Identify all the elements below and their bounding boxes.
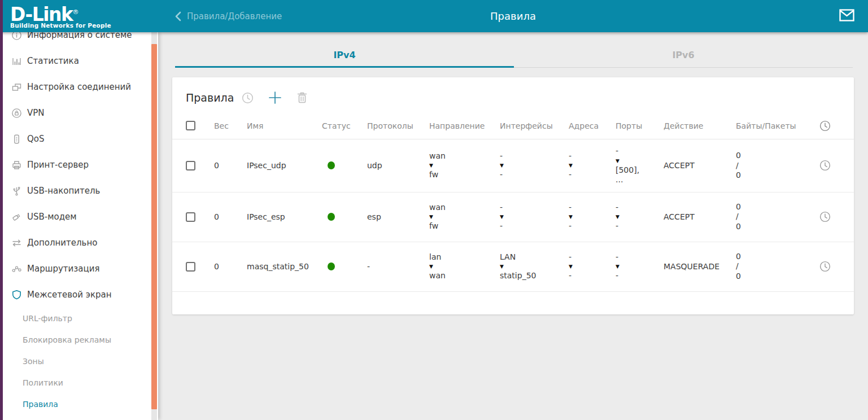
rule-weight: 0 — [214, 212, 247, 221]
rule-interfaces: -▼- — [500, 151, 569, 180]
rule-row[interactable]: 0masq_statip_50-lan▼wanLAN▼statip_50-▼--… — [172, 242, 854, 292]
connections-icon — [10, 82, 23, 93]
sidebar-item[interactable]: VPN — [0, 100, 158, 126]
schedule-button[interactable] — [242, 92, 254, 104]
sidebar-item[interactable]: USB-модем — [0, 204, 158, 230]
left-edge-strip — [0, 0, 3, 420]
sidebar-item-label: Межсетевой экран — [27, 290, 111, 300]
column-header-name: Имя — [247, 121, 322, 130]
plus-icon — [268, 91, 282, 104]
sidebar-subitem[interactable]: URL-фильтр — [0, 308, 158, 329]
rule-weight: 0 — [214, 262, 247, 271]
shield-icon — [10, 290, 23, 300]
add-rule-button[interactable] — [268, 91, 282, 104]
sidebar-subitem-label: URL-фильтр — [23, 314, 72, 323]
sidebar: Информация о системеСтатистикаНастройка … — [0, 32, 158, 420]
tab-ipv6[interactable]: IPv6 — [514, 32, 853, 68]
rule-action: ACCEPT — [664, 161, 736, 170]
status-dot-enabled — [328, 213, 335, 221]
rule-name: IPsec_udp — [247, 161, 322, 170]
column-header-status: Статус — [322, 121, 367, 130]
rules-card-title: Правила — [186, 91, 234, 104]
rule-schedule-clock-icon[interactable] — [819, 160, 852, 171]
rule-row[interactable]: 0IPsec_espespwan▼fw-▼--▼--▼-ACCEPT0/0 — [172, 193, 854, 242]
sidebar-item[interactable]: Настройка соединений — [0, 74, 158, 100]
vpn-lock-icon — [10, 108, 23, 119]
statistics-icon — [10, 56, 23, 67]
envelope-icon — [839, 9, 854, 21]
rule-name: masq_statip_50 — [247, 262, 322, 271]
sidebar-item[interactable]: USB-накопитель — [0, 178, 158, 204]
rule-direction: wan▼fw — [429, 203, 500, 231]
rule-direction: wan▼fw — [429, 151, 500, 180]
info-icon — [10, 32, 23, 41]
table-body: 0IPsec_udpudpwan▼fw-▼--▼--▼[500],...ACCE… — [172, 139, 854, 292]
rule-weight: 0 — [214, 161, 247, 170]
sidebar-item-label: Дополнительно — [27, 238, 97, 248]
breadcrumb-back[interactable]: Правила/Добавление — [175, 11, 282, 21]
sidebar-item[interactable]: Межсетевой экран — [0, 282, 158, 308]
sidebar-item[interactable]: Дополнительно — [0, 230, 158, 256]
column-header-addresses: Адреса — [569, 121, 616, 130]
logo-tagline: Building Networks for People — [10, 22, 158, 29]
rule-bytes-packets: 0/0 — [736, 252, 819, 282]
sidebar-subitem[interactable]: Зоны — [0, 351, 158, 372]
sidebar-scrollbar-thumb[interactable] — [151, 44, 157, 409]
sidebar-subitem-label: Блокировка рекламы — [23, 335, 111, 344]
rule-protocols: - — [367, 262, 429, 271]
sidebar-item-label: Статистика — [27, 56, 79, 66]
rule-addresses: -▼- — [569, 252, 616, 281]
rule-schedule-clock-icon[interactable] — [819, 211, 852, 222]
rule-ports: -▼- — [616, 203, 664, 231]
sidebar-item-label: USB-модем — [27, 212, 77, 222]
sidebar-subitem[interactable]: Правила — [0, 393, 158, 415]
rule-protocols: esp — [367, 212, 429, 221]
sidebar-scrollbar-track[interactable] — [151, 32, 157, 420]
sidebar-subitem-label: Зоны — [23, 357, 44, 366]
column-header-protocols: Протоколы — [367, 121, 429, 130]
status-dot-enabled — [328, 262, 335, 270]
row-checkbox[interactable] — [186, 212, 195, 222]
mail-notifications-button[interactable] — [839, 9, 854, 23]
sidebar-item[interactable]: Статистика — [0, 48, 158, 74]
rule-schedule-clock-icon[interactable] — [819, 261, 852, 272]
arrows-swap-icon — [10, 238, 23, 248]
sidebar-subitem-label: Политики — [23, 378, 63, 387]
sidebar-subitem-label: Правила — [23, 400, 58, 409]
sidebar-item[interactable]: Принт-сервер — [0, 152, 158, 178]
sidebar-subitem[interactable]: Блокировка рекламы — [0, 329, 158, 351]
rule-ports: -▼- — [616, 252, 664, 281]
sidebar-item[interactable]: Маршрутизация — [0, 256, 158, 282]
table-header-row: Вес Имя Статус Протоколы Направление Инт… — [172, 112, 854, 139]
main-content: IPv4 IPv6 Правила — [158, 32, 868, 420]
column-header-schedule — [819, 120, 852, 132]
sidebar-item-label: Настройка соединений — [27, 82, 131, 92]
rule-interfaces: LAN▼statip_50 — [500, 252, 569, 281]
delete-rules-button[interactable] — [296, 91, 308, 104]
sidebar-item[interactable]: Информация о системе — [0, 32, 158, 48]
top-header: D-Link® Building Networks for People Пра… — [0, 0, 868, 32]
select-all-checkbox[interactable] — [186, 121, 195, 130]
chevron-left-icon — [175, 11, 181, 21]
status-dot-enabled — [328, 161, 335, 169]
sidebar-item-label: Принт-сервер — [27, 160, 89, 170]
rule-direction: lan▼wan — [429, 252, 500, 281]
sidebar-item-label: VPN — [27, 108, 45, 118]
qos-icon — [10, 134, 23, 145]
rule-bytes-packets: 0/0 — [736, 151, 819, 181]
clock-icon — [819, 120, 831, 132]
column-header-ports: Порты — [616, 121, 664, 130]
column-header-bytes-packets: Байты/Пакеты — [736, 121, 819, 130]
sidebar-subitem[interactable]: Политики — [0, 372, 158, 393]
sidebar-item-label: Информация о системе — [27, 32, 132, 40]
row-checkbox[interactable] — [186, 161, 195, 170]
rule-row[interactable]: 0IPsec_udpudpwan▼fw-▼--▼--▼[500],...ACCE… — [172, 139, 854, 193]
clock-icon — [242, 92, 254, 104]
row-checkbox[interactable] — [186, 262, 195, 272]
breadcrumb-label: Правила/Добавление — [187, 11, 282, 21]
tab-ipv4[interactable]: IPv4 — [175, 32, 514, 68]
logo-brand-text: D-Link® — [10, 4, 158, 23]
usb-modem-icon — [10, 212, 23, 222]
sidebar-item[interactable]: QoS — [0, 126, 158, 152]
rule-bytes-packets: 0/0 — [736, 202, 819, 232]
